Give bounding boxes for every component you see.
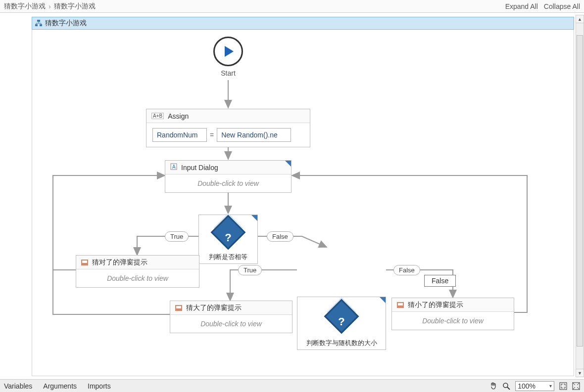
vertical-scrollbar[interactable]: ▲ ▼ bbox=[576, 15, 584, 377]
pan-hand-icon[interactable] bbox=[489, 382, 497, 390]
msgbox-too-small-title: 猜小了的弹窗提示 bbox=[408, 301, 463, 309]
breadcrumb: 猜数字小游戏 › 猜数字小游戏 bbox=[4, 2, 96, 11]
breadcrumb-root[interactable]: 猜数字小游戏 bbox=[4, 2, 46, 11]
assign-to-field[interactable]: RandomNum bbox=[152, 128, 207, 142]
collapse-all-button[interactable]: Collapse All bbox=[544, 2, 580, 10]
assign-value-field[interactable]: New Random().ne bbox=[217, 128, 291, 142]
scroll-up-arrow-icon[interactable]: ▲ bbox=[576, 15, 584, 23]
start-node[interactable]: Start bbox=[213, 37, 243, 77]
flowchart-icon bbox=[35, 20, 42, 27]
messagebox-icon bbox=[397, 302, 404, 308]
chevron-right-icon: › bbox=[49, 2, 51, 10]
decision1-false-label[interactable]: False bbox=[267, 231, 293, 242]
msgbox-too-big[interactable]: 猜大了的弹窗提示 Double-click to view bbox=[170, 301, 292, 333]
start-circle bbox=[213, 37, 243, 66]
msgbox-correct-header: 猜对了的弹窗提示 bbox=[76, 256, 199, 269]
svg-rect-0 bbox=[37, 20, 40, 22]
msgbox-correct-hint: Double-click to view bbox=[76, 269, 199, 287]
decision2-true-label[interactable]: True bbox=[238, 265, 262, 275]
assign-body: RandomNum = New Random().ne bbox=[146, 123, 310, 147]
flowchart-canvas[interactable]: Start A+B Assign RandomNum = New Random(… bbox=[32, 30, 574, 376]
messagebox-icon bbox=[175, 305, 182, 311]
svg-rect-2 bbox=[40, 24, 42, 26]
msgbox-too-small-hint: Double-click to view bbox=[392, 312, 514, 330]
decision2-false-label[interactable]: False bbox=[393, 265, 420, 275]
equals-label: = bbox=[210, 131, 214, 139]
tooltip: False bbox=[424, 275, 456, 287]
start-label: Start bbox=[213, 69, 243, 77]
decision-compare[interactable]: ? 判断数字与随机数的大小 bbox=[297, 297, 386, 350]
tab-arguments[interactable]: Arguments bbox=[43, 382, 77, 390]
msgbox-too-small-header: 猜小了的弹窗提示 bbox=[392, 298, 514, 312]
expand-all-button[interactable]: Expand All bbox=[505, 2, 538, 10]
svg-line-6 bbox=[507, 387, 510, 390]
input-dialog-title: Input Dialog bbox=[181, 164, 218, 172]
msgbox-correct[interactable]: 猜对了的弹窗提示 Double-click to view bbox=[76, 255, 199, 288]
zoom-value: 100% bbox=[518, 382, 535, 390]
chevron-down-icon: ▾ bbox=[549, 383, 552, 389]
assign-activity[interactable]: A+B Assign RandomNum = New Random().ne bbox=[146, 109, 310, 147]
tab-variables[interactable]: Variables bbox=[4, 382, 32, 390]
decision1-true-label[interactable]: True bbox=[165, 231, 189, 242]
svg-point-5 bbox=[503, 383, 508, 388]
question-icon: ? bbox=[338, 315, 344, 328]
input-dialog-hint: Double-click to view bbox=[165, 174, 291, 192]
msgbox-too-small[interactable]: 猜小了的弹窗提示 Double-click to view bbox=[391, 298, 514, 330]
breadcrumb-current[interactable]: 猜数字小游戏 bbox=[54, 2, 96, 11]
assign-title: Assign bbox=[168, 112, 189, 120]
input-dialog-icon: A bbox=[170, 163, 177, 172]
msgbox-too-big-header: 猜大了的弹窗提示 bbox=[170, 301, 292, 315]
overview-icon[interactable] bbox=[572, 382, 580, 390]
bottom-bar: Variables Arguments Imports 100% ▾ bbox=[0, 379, 584, 392]
designer-canvas-area: 猜数字小游戏 bbox=[0, 13, 584, 379]
input-dialog-activity[interactable]: A Input Dialog Double-click to view bbox=[165, 160, 292, 193]
svg-text:A: A bbox=[172, 164, 176, 170]
decision-compare-label: 判断数字与随机数的大小 bbox=[297, 339, 386, 348]
bottom-right-tools: 100% ▾ bbox=[489, 381, 580, 391]
zoom-magnifier-icon[interactable] bbox=[502, 382, 510, 390]
top-actions: Expand All Collapse All bbox=[505, 2, 580, 10]
assign-header: A+B Assign bbox=[146, 109, 310, 123]
scroll-down-arrow-icon[interactable]: ▼ bbox=[576, 369, 584, 377]
msgbox-too-big-title: 猜大了的弹窗提示 bbox=[186, 304, 242, 312]
zoom-level-select[interactable]: 100% ▾ bbox=[515, 381, 554, 391]
flowchart-title: 猜数字小游戏 bbox=[45, 19, 87, 28]
svg-rect-7 bbox=[560, 383, 567, 390]
tab-imports[interactable]: Imports bbox=[88, 382, 111, 390]
question-icon: ? bbox=[225, 231, 231, 244]
play-icon bbox=[221, 44, 236, 59]
assign-icon: A+B bbox=[151, 113, 164, 119]
fit-to-screen-icon[interactable] bbox=[559, 382, 567, 390]
messagebox-icon bbox=[81, 260, 88, 265]
input-dialog-header: A Input Dialog bbox=[165, 161, 291, 174]
decision-equal-label: 判断是否相等 bbox=[199, 253, 257, 261]
scrollbar-thumb[interactable] bbox=[577, 35, 583, 347]
top-bar: 猜数字小游戏 › 猜数字小游戏 Expand All Collapse All bbox=[0, 0, 584, 13]
svg-rect-1 bbox=[35, 24, 38, 26]
flowchart-header[interactable]: 猜数字小游戏 bbox=[32, 17, 574, 30]
msgbox-too-big-hint: Double-click to view bbox=[170, 315, 292, 333]
msgbox-correct-title: 猜对了的弹窗提示 bbox=[92, 258, 147, 267]
decision-equal[interactable]: ? 判断是否相等 bbox=[198, 215, 258, 264]
